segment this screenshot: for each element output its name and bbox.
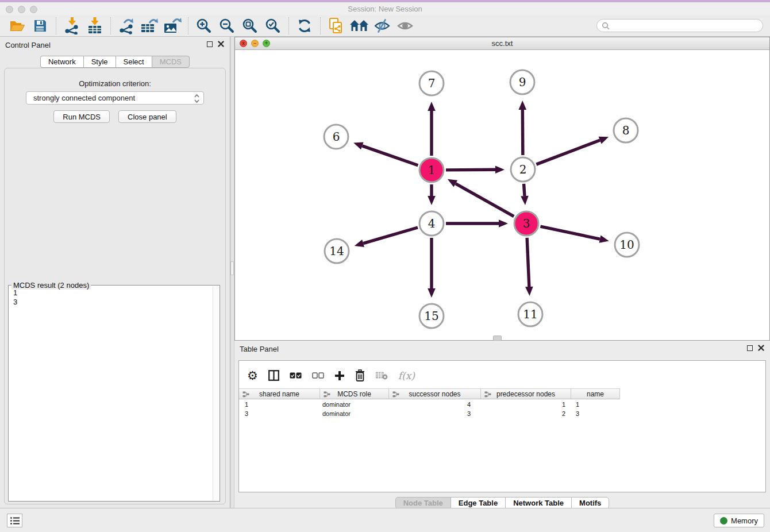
task-history-button[interactable] [7, 514, 22, 527]
clone-network-icon[interactable] [325, 17, 348, 35]
optimization-criterion-select[interactable]: strongly connected component [26, 91, 204, 105]
cell-name[interactable]: 3 [571, 409, 620, 418]
zoom-selected-icon[interactable] [261, 17, 284, 35]
first-neighbors-icon[interactable] [348, 17, 371, 35]
network-edge-3-1[interactable] [448, 179, 514, 217]
float-table-panel-icon[interactable] [747, 345, 753, 351]
table-toolbar: ⚙ f(x) [239, 361, 765, 385]
delete-column-trash-icon[interactable] [355, 369, 365, 381]
zoom-out-icon[interactable] [215, 17, 238, 35]
network-edge-1-6[interactable] [353, 142, 418, 165]
network-edge-1-4[interactable] [428, 184, 436, 205]
cell-predecessor-nodes[interactable]: 2 [481, 409, 571, 418]
cell-predecessor-nodes[interactable]: 1 [481, 400, 571, 409]
cell-shared-name[interactable]: 3 [239, 409, 320, 418]
table-row[interactable]: 3dominator323 [239, 409, 765, 418]
network-node-7[interactable]: 7 [419, 71, 444, 95]
memory-button[interactable]: Memory [714, 514, 764, 527]
cell-successor-nodes[interactable]: 4 [389, 400, 481, 409]
network-edge-1-2[interactable] [446, 166, 505, 174]
tab-motifs[interactable]: Motifs [571, 497, 609, 509]
show-all-icon[interactable] [394, 17, 417, 35]
network-minimize-icon[interactable]: – [251, 40, 259, 47]
network-edge-2-9[interactable] [519, 101, 527, 155]
tab-network[interactable]: Network [40, 56, 83, 68]
close-panel-icon[interactable] [218, 41, 224, 47]
show-columns-icon[interactable] [268, 370, 279, 381]
horizontal-splitter-handle[interactable] [493, 336, 502, 341]
network-node-9[interactable]: 9 [510, 70, 534, 94]
table-settings-gear-icon[interactable]: ⚙ [247, 370, 258, 381]
export-image-icon[interactable] [161, 17, 184, 35]
network-edge-2-3[interactable] [521, 184, 529, 205]
network-edge-4-15[interactable] [428, 238, 436, 298]
vertical-splitter-handle[interactable] [230, 261, 234, 275]
tab-node-table[interactable]: Node Table [395, 497, 451, 509]
tab-edge-table[interactable]: Edge Table [451, 497, 505, 509]
network-node-14[interactable]: 14 [325, 239, 349, 263]
network-window-titlebar[interactable]: x – + scc.txt [235, 37, 769, 50]
network-node-8[interactable]: 8 [614, 118, 638, 142]
column-header-successor-nodes[interactable]: successor nodes [389, 389, 481, 399]
import-table-icon[interactable] [83, 17, 106, 35]
network-node-4[interactable]: 4 [419, 211, 444, 236]
network-node-11[interactable]: 11 [518, 302, 542, 326]
window-close-icon[interactable] [6, 6, 13, 13]
network-node-15[interactable]: 15 [419, 304, 444, 328]
save-icon[interactable] [29, 17, 52, 35]
cell-successor-nodes[interactable]: 3 [389, 409, 481, 418]
close-table-panel-icon[interactable] [758, 345, 764, 351]
network-node-10[interactable]: 10 [615, 233, 639, 257]
network-graph[interactable]: 7968124314101511 [235, 50, 769, 340]
search-input[interactable] [610, 21, 763, 31]
column-header-mcds-role[interactable]: MCDS role [320, 389, 389, 399]
network-edge-4-3[interactable] [446, 219, 508, 228]
network-node-3[interactable]: 3 [514, 211, 538, 236]
network-edge-2-8[interactable] [536, 137, 609, 164]
import-network-icon[interactable] [60, 17, 83, 35]
cell-mcds-role[interactable]: dominator [320, 409, 389, 418]
tab-network-table[interactable]: Network Table [505, 497, 571, 509]
network-edge-4-14[interactable] [355, 228, 418, 247]
column-header-shared-name[interactable]: shared name [239, 389, 320, 399]
close-panel-button[interactable]: Close panel [118, 110, 176, 123]
network-edge-3-10[interactable] [540, 226, 609, 243]
mcds-result-scrollbar[interactable] [213, 286, 219, 500]
mcds-result-item[interactable]: 1 [13, 288, 213, 298]
hide-selected-icon[interactable] [371, 17, 394, 35]
select-all-columns-icon[interactable] [290, 372, 302, 379]
open-folder-icon[interactable] [6, 17, 29, 35]
cell-shared-name[interactable]: 1 [239, 400, 320, 409]
zoom-fit-icon[interactable] [238, 17, 261, 35]
network-edge-1-7[interactable] [428, 102, 436, 156]
window-maximize-icon[interactable] [30, 6, 37, 13]
deselect-all-columns-icon[interactable] [312, 372, 324, 379]
node-label: 15 [424, 309, 438, 323]
refresh-icon[interactable] [293, 17, 316, 35]
column-header-predecessor-nodes[interactable]: predecessor nodes [481, 389, 571, 399]
window-minimize-icon[interactable] [18, 6, 25, 13]
search-field[interactable] [596, 19, 763, 32]
float-panel-icon[interactable] [207, 41, 213, 47]
cell-name[interactable]: 1 [571, 400, 620, 409]
network-node-2[interactable]: 2 [511, 157, 535, 182]
cell-mcds-role[interactable]: dominator [320, 400, 389, 409]
network-maximize-icon[interactable]: + [263, 40, 270, 47]
table-row[interactable]: 1dominator411 [239, 400, 765, 409]
run-mcds-button[interactable]: Run MCDS [53, 110, 110, 123]
network-close-icon[interactable]: x [240, 40, 247, 47]
tab-mcds[interactable]: MCDS [152, 56, 190, 68]
tab-select[interactable]: Select [116, 56, 152, 68]
export-table-icon[interactable] [138, 17, 161, 35]
zoom-in-icon[interactable] [192, 17, 215, 35]
column-header-name[interactable]: name [571, 389, 620, 399]
network-node-1[interactable]: 1 [419, 158, 444, 182]
export-network-icon[interactable] [115, 17, 138, 35]
network-node-6[interactable]: 6 [324, 125, 348, 149]
add-column-icon[interactable] [334, 371, 345, 381]
network-edge-3-11[interactable] [525, 238, 533, 296]
mcds-result-item[interactable]: 3 [13, 298, 213, 307]
network-canvas[interactable]: 7968124314101511 [235, 50, 769, 340]
tab-style[interactable]: Style [83, 56, 116, 68]
mcds-result-list[interactable]: 13 [9, 286, 213, 501]
